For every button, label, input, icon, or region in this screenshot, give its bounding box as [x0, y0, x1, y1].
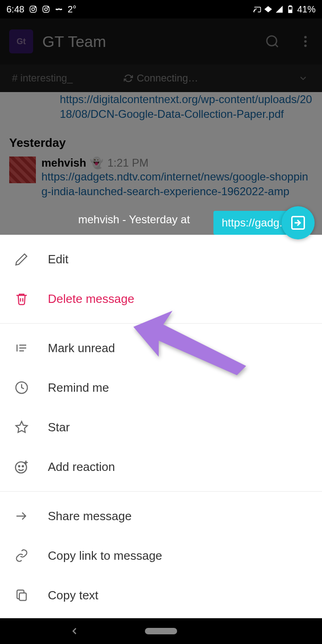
message-link[interactable]: https://digitalcontentnext.org/wp-conten…: [9, 92, 313, 122]
cast-icon: [253, 5, 261, 13]
nav-home-pill[interactable]: [145, 628, 177, 634]
nav-back-icon[interactable]: [69, 626, 80, 637]
svg-rect-7: [289, 6, 292, 7]
list-icon: [15, 341, 29, 355]
copy-icon: [15, 588, 29, 602]
mark-unread-label: Mark unread: [48, 341, 115, 355]
copy-link-label: Copy link to message: [48, 549, 162, 563]
svg-rect-8: [289, 10, 292, 12]
battery-icon: [286, 5, 294, 13]
trash-icon: [15, 292, 29, 306]
mark-unread-action[interactable]: Mark unread: [0, 328, 322, 368]
message-link[interactable]: https://gadgets.ndtv.com/internet/news/g…: [41, 169, 313, 199]
mustache-icon: [55, 5, 63, 13]
content-area: https://digitalcontentnext.org/wp-conten…: [0, 92, 322, 618]
status-time: 6:48: [6, 4, 24, 15]
remind-me-label: Remind me: [48, 381, 109, 395]
navigation-bar: [0, 618, 322, 644]
message-row[interactable]: mehvish 👻 1:21 PM https://gadgets.ndtv.c…: [9, 157, 313, 199]
message-username: mehvish: [41, 157, 86, 169]
svg-point-2: [35, 7, 36, 8]
svg-marker-20: [16, 422, 28, 433]
action-sheet: Edit Delete message Mark unread Remind m…: [0, 235, 322, 618]
svg-point-21: [16, 462, 27, 473]
pencil-icon: [15, 252, 29, 266]
link-preview-pill[interactable]: https://gadg.: [213, 211, 291, 235]
status-bar: 6:48 2° 41%: [0, 0, 322, 18]
floating-link[interactable]: https://gadg.: [213, 206, 315, 239]
svg-point-4: [45, 8, 47, 11]
pin-action[interactable]: Pin to conversation: [0, 615, 322, 618]
share-arrow-icon: [15, 509, 29, 523]
svg-point-5: [48, 7, 49, 8]
open-link-icon: [290, 215, 306, 231]
status-battery: 41%: [297, 4, 316, 15]
edit-label: Edit: [48, 252, 69, 267]
ghost-icon: 👻: [90, 157, 104, 169]
remind-me-action[interactable]: Remind me: [0, 368, 322, 407]
svg-point-23: [22, 465, 23, 467]
clock-icon: [15, 381, 29, 395]
wifi-icon: [264, 5, 272, 13]
star-label: Star: [48, 420, 70, 435]
link-icon: [15, 549, 29, 563]
svg-point-22: [18, 465, 20, 467]
day-divider: Yesterday: [9, 136, 313, 150]
emoji-plus-icon: [14, 459, 29, 474]
add-reaction-label: Add reaction: [48, 460, 115, 474]
status-temp: 2°: [68, 4, 76, 15]
copy-link-action[interactable]: Copy link to message: [0, 536, 322, 575]
instagram-icon: [29, 5, 37, 13]
share-label: Share message: [48, 509, 132, 523]
message-time: 1:21 PM: [107, 157, 148, 169]
share-action[interactable]: Share message: [0, 496, 322, 536]
channel-bar[interactable]: # interesting_ Connecting…: [0, 64, 322, 92]
instagram-icon: [42, 5, 50, 13]
app-header: Gt GT Team: [0, 18, 322, 64]
link-action-button[interactable]: [282, 206, 315, 239]
svg-rect-26: [19, 593, 26, 600]
star-action[interactable]: Star: [0, 407, 322, 447]
user-avatar[interactable]: [9, 157, 36, 183]
star-icon: [15, 420, 29, 434]
copy-text-label: Copy text: [48, 588, 98, 603]
edit-action[interactable]: Edit: [0, 239, 322, 279]
delete-label: Delete message: [48, 292, 134, 306]
copy-text-action[interactable]: Copy text: [0, 575, 322, 615]
message-list: https://digitalcontentnext.org/wp-conten…: [0, 92, 322, 199]
add-reaction-action[interactable]: Add reaction: [0, 447, 322, 487]
delete-action[interactable]: Delete message: [0, 279, 322, 319]
svg-point-1: [32, 8, 34, 11]
signal-icon: [275, 5, 283, 13]
